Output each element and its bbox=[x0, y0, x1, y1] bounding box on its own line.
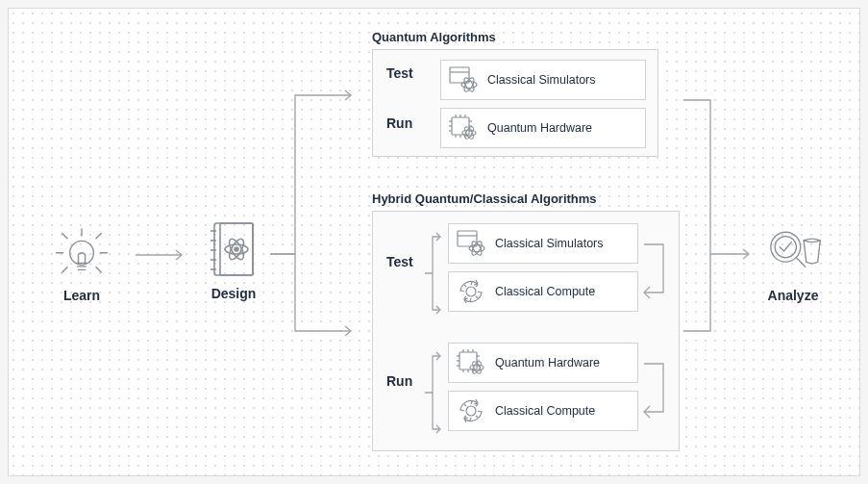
stage-design: Design bbox=[205, 220, 262, 301]
card-label: Classical Compute bbox=[495, 404, 595, 418]
quantum-panel-title: Quantum Algorithms bbox=[372, 30, 496, 44]
card-classical-simulators: Classical Simulators bbox=[440, 60, 646, 100]
hybrid-panel-title: Hybrid Quantum/Classical Algorithms bbox=[372, 191, 597, 206]
simulator-icon bbox=[447, 64, 480, 96]
card-label: Classical Simulators bbox=[495, 237, 604, 250]
gear-cycle-icon bbox=[455, 395, 487, 427]
svg-line-5 bbox=[96, 233, 101, 238]
svg-rect-20 bbox=[450, 67, 469, 83]
svg-point-19 bbox=[235, 247, 238, 251]
loop-test bbox=[642, 231, 675, 308]
svg-rect-41 bbox=[458, 231, 477, 246]
card-classical-compute-test: Classical Compute bbox=[448, 271, 638, 312]
card-classical-compute-run: Classical Compute bbox=[448, 391, 638, 431]
magnifier-bucket-icon bbox=[764, 222, 822, 280]
stage-analyze-label: Analyze bbox=[768, 288, 819, 303]
card-label: Classical Compute bbox=[495, 285, 595, 298]
arrow-learn-design bbox=[134, 249, 191, 261]
notebook-atom-icon bbox=[205, 220, 262, 278]
card-classical-simulators-hybrid: Classical Simulators bbox=[448, 223, 638, 264]
card-label: Classical Simulators bbox=[487, 73, 596, 87]
stage-design-label: Design bbox=[211, 286, 257, 301]
stage-analyze: Analyze bbox=[764, 222, 822, 303]
card-label: Quantum Hardware bbox=[495, 356, 600, 369]
hybrid-test-label: Test bbox=[386, 254, 413, 269]
svg-point-46 bbox=[466, 287, 476, 296]
card-quantum-hardware: Quantum Hardware bbox=[440, 108, 646, 148]
simulator-icon bbox=[455, 227, 487, 260]
hybrid-panel: Test Classical Simulators bbox=[372, 211, 680, 451]
arrow-design-fork bbox=[268, 86, 364, 336]
chip-atom-icon bbox=[447, 112, 480, 144]
svg-line-7 bbox=[96, 267, 101, 272]
quantum-run-label: Run bbox=[386, 115, 412, 131]
diagram-canvas: Learn Design bbox=[8, 8, 860, 476]
quantum-test-label: Test bbox=[386, 65, 413, 81]
stage-learn-label: Learn bbox=[63, 288, 100, 303]
bracket-test bbox=[423, 227, 444, 319]
card-quantum-hardware-hybrid: Quantum Hardware bbox=[448, 343, 638, 383]
svg-line-4 bbox=[62, 233, 67, 238]
loop-run bbox=[642, 350, 675, 427]
svg-point-65 bbox=[775, 237, 796, 258]
gear-cycle-icon bbox=[455, 275, 487, 308]
svg-line-6 bbox=[62, 267, 67, 272]
arrow-merge-analyze bbox=[682, 90, 758, 341]
svg-line-66 bbox=[796, 258, 805, 267]
quantum-panel: Test Classical Simulators Run bbox=[372, 49, 658, 157]
bracket-run bbox=[423, 346, 444, 439]
lightbulb-icon bbox=[53, 222, 111, 280]
chip-atom-icon bbox=[455, 346, 487, 379]
card-label: Quantum Hardware bbox=[487, 121, 592, 135]
svg-point-63 bbox=[466, 406, 476, 416]
stage-learn: Learn bbox=[53, 222, 111, 303]
hybrid-run-label: Run bbox=[386, 373, 412, 389]
